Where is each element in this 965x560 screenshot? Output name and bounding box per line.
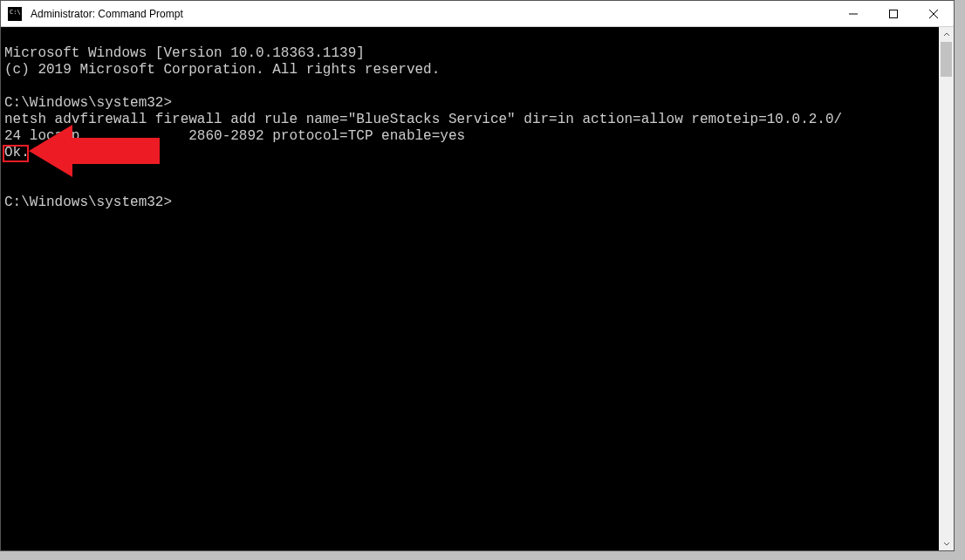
svg-rect-1 bbox=[890, 10, 898, 17]
cmd-icon bbox=[8, 7, 22, 21]
chevron-down-icon bbox=[943, 540, 950, 547]
minimize-button[interactable] bbox=[833, 1, 873, 26]
maximize-icon bbox=[889, 10, 898, 18]
close-button[interactable] bbox=[914, 1, 954, 26]
close-icon bbox=[929, 10, 938, 18]
command-text-1: netsh advfirewall firewall add rule name… bbox=[4, 112, 842, 127]
command-prompt-window: Administrator: Command Prompt Microsoft … bbox=[0, 0, 955, 551]
titlebar[interactable]: Administrator: Command Prompt bbox=[1, 1, 954, 27]
version-line: Microsoft Windows [Version 10.0.18363.11… bbox=[4, 45, 365, 61]
window-controls bbox=[833, 1, 954, 26]
window-title: Administrator: Command Prompt bbox=[29, 8, 833, 20]
result-ok: Ok. bbox=[4, 145, 30, 160]
prompt-path: C:\Windows\system32> bbox=[4, 95, 172, 111]
scroll-up-button[interactable] bbox=[939, 27, 954, 42]
scroll-down-button[interactable] bbox=[939, 536, 954, 550]
scroll-track[interactable] bbox=[939, 42, 954, 536]
command-text-2a: 24 localp bbox=[4, 128, 79, 144]
chevron-up-icon bbox=[943, 31, 950, 38]
command-text-3: 2860-2892 protocol=TCP enable=yes bbox=[188, 128, 465, 144]
maximize-button[interactable] bbox=[873, 1, 914, 26]
scroll-thumb[interactable] bbox=[941, 42, 952, 77]
prompt-path-2: C:\Windows\system32> bbox=[4, 195, 172, 210]
minimize-icon bbox=[849, 10, 858, 18]
terminal-output[interactable]: Microsoft Windows [Version 10.0.18363.11… bbox=[1, 27, 939, 550]
client-area: Microsoft Windows [Version 10.0.18363.11… bbox=[1, 27, 954, 550]
copyright-line: (c) 2019 Microsoft Corporation. All righ… bbox=[4, 62, 440, 78]
vertical-scrollbar[interactable] bbox=[939, 27, 954, 550]
